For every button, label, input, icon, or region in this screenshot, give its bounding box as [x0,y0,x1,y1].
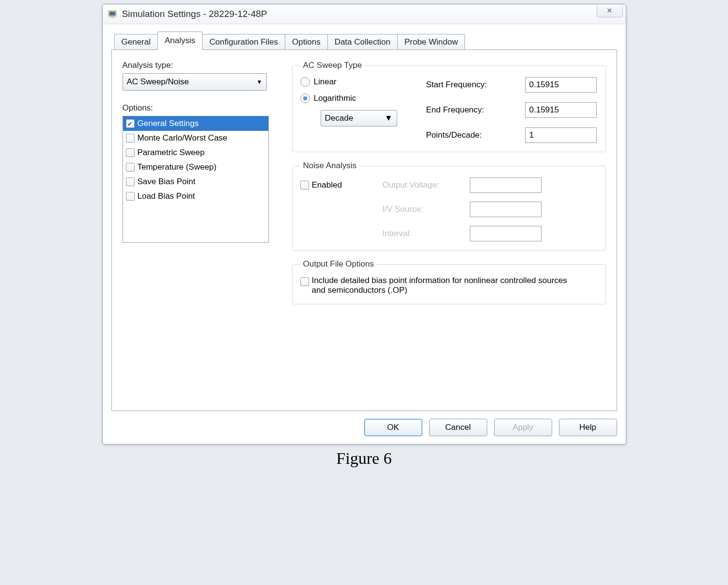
option-label: Load Bias Point [138,191,195,201]
checkbox-icon[interactable] [300,277,309,286]
checkbox-icon[interactable] [126,177,135,186]
app-icon [107,8,118,20]
noise-enabled-label: Enabled [312,180,342,190]
option-temperature-sweep[interactable]: Temperature (Sweep) [123,160,268,174]
option-parametric-sweep[interactable]: Parametric Sweep [123,145,268,160]
help-button[interactable]: Help [559,419,617,436]
option-load-bias-point[interactable]: Load Bias Point [123,189,268,204]
log-scale-dropdown[interactable]: Decade ▼ [321,110,397,126]
noise-analysis-group: Noise Analysis Enabled Output Voltage: I… [292,161,606,251]
svg-rect-1 [109,12,115,16]
include-op-row[interactable]: Include detailed bias point information … [300,276,598,295]
option-label: Parametric Sweep [138,148,205,158]
interval-label: Interval: [383,229,465,238]
button-bar: OK Cancel Apply Help [111,419,617,436]
radio-logarithmic[interactable]: Logarithmic [300,94,407,103]
close-button[interactable]: ✕ [597,5,623,17]
output-file-options-group: Output File Options Include detailed bia… [292,259,606,304]
option-save-bias-point[interactable]: Save Bias Point [123,174,268,189]
left-column: Analysis type: AC Sweep/Noise ▼ Options:… [123,61,278,243]
checkbox-icon[interactable] [126,148,135,157]
analysis-type-label: Analysis type: [123,61,278,70]
window-title: Simulation Settings - 28229-12-48P [122,9,267,19]
tab-general[interactable]: General [114,34,158,50]
dialog-window: ✕ Simulation Settings - 28229-12-48P Gen… [102,4,626,444]
noise-enabled-row[interactable]: Enabled [300,180,378,190]
figure-caption: Figure 6 [0,449,728,468]
cancel-button[interactable]: Cancel [429,419,487,436]
checkbox-icon[interactable] [126,163,135,172]
chevron-down-icon: ▼ [257,79,263,85]
include-op-label: Include detailed bias point information … [312,276,573,295]
options-listbox[interactable]: General Settings Monte Carlo/Worst Case … [123,116,269,243]
iv-source-input [470,202,542,217]
analysis-type-value: AC Sweep/Noise [127,77,189,87]
checkbox-icon[interactable] [126,119,135,128]
radio-log-label: Logarithmic [314,94,356,103]
client-area: General Analysis Configuration Files Opt… [103,24,626,444]
ok-button[interactable]: OK [364,419,422,436]
output-voltage-label: Output Voltage: [383,180,465,190]
log-scale-value: Decade [325,113,354,123]
tab-analysis[interactable]: Analysis [157,32,202,50]
options-label: Options: [123,103,278,113]
start-freq-label: Start Frequency: [426,80,525,90]
ac-sweep-legend: AC Sweep Type [300,61,365,70]
points-decade-input[interactable] [525,127,597,143]
ac-sweep-group: AC Sweep Type Linear Logarithmic [292,61,606,152]
tabstrip: General Analysis Configuration Files Opt… [114,31,617,49]
iv-source-label: I/V Source: [383,205,465,214]
checkbox-icon[interactable] [126,134,135,142]
svg-rect-2 [111,16,114,18]
radio-linear-label: Linear [314,77,337,87]
analysis-type-dropdown[interactable]: AC Sweep/Noise ▼ [123,73,267,91]
tab-configuration-files[interactable]: Configuration Files [202,34,285,50]
radio-linear[interactable]: Linear [300,77,407,87]
apply-button[interactable]: Apply [494,419,552,436]
tab-panel-analysis: Analysis type: AC Sweep/Noise ▼ Options:… [111,49,617,411]
tab-probe-window[interactable]: Probe Window [397,34,465,50]
option-label: Temperature (Sweep) [138,162,217,172]
option-general-settings[interactable]: General Settings [123,116,268,131]
interval-input [470,226,542,241]
option-monte-carlo[interactable]: Monte Carlo/Worst Case [123,131,268,145]
option-label: General Settings [138,119,199,128]
checkbox-icon[interactable] [126,192,135,201]
radio-icon [300,77,310,87]
option-label: Save Bias Point [138,177,196,187]
tab-options[interactable]: Options [285,34,328,50]
checkbox-icon[interactable] [300,181,309,190]
start-freq-input[interactable] [525,77,597,93]
option-label: Monte Carlo/Worst Case [138,133,228,143]
points-decade-label: Points/Decade: [426,130,525,140]
radio-icon [300,94,310,103]
titlebar: Simulation Settings - 28229-12-48P [103,4,626,24]
right-column: AC Sweep Type Linear Logarithmic [292,61,606,304]
output-file-legend: Output File Options [300,259,377,269]
end-freq-input[interactable] [525,102,597,118]
end-freq-label: End Frequency: [426,105,525,115]
noise-legend: Noise Analysis [300,161,360,171]
tab-data-collection[interactable]: Data Collection [327,34,398,50]
chevron-down-icon: ▼ [385,113,393,123]
output-voltage-input [470,177,542,193]
